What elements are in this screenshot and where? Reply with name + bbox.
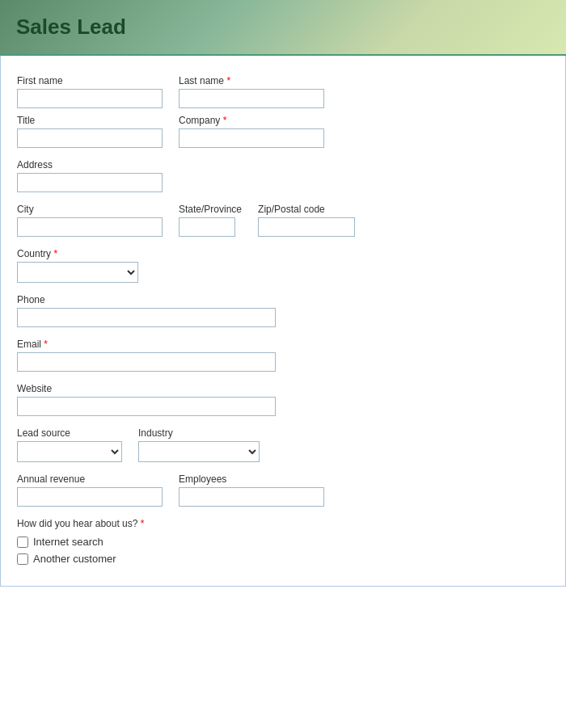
employees-input[interactable] xyxy=(179,487,324,507)
last-name-label: Last name * xyxy=(179,75,324,86)
last-name-group: Last name * xyxy=(179,75,324,108)
country-required: * xyxy=(53,248,57,259)
first-name-label: First name xyxy=(17,75,163,86)
city-input[interactable] xyxy=(17,217,163,237)
employees-group: Employees xyxy=(179,473,324,507)
revenue-employees-row: Annual revenue Employees xyxy=(17,473,549,507)
country-group: Country * United States United Kingdom C… xyxy=(17,248,138,283)
website-row: Website xyxy=(17,383,549,416)
title-label: Title xyxy=(17,115,163,126)
state-label: State/Province xyxy=(179,204,242,215)
country-row: Country * United States United Kingdom C… xyxy=(17,248,549,283)
address-input[interactable] xyxy=(17,173,163,192)
phone-group: Phone xyxy=(17,294,276,327)
another-customer-checkbox[interactable] xyxy=(17,553,28,565)
internet-search-checkbox[interactable] xyxy=(17,537,28,548)
industry-group: Industry Technology Finance Retail xyxy=(138,427,260,462)
phone-label: Phone xyxy=(17,294,276,305)
industry-select[interactable]: Technology Finance Retail xyxy=(138,441,260,462)
website-label: Website xyxy=(17,383,276,394)
another-customer-label[interactable]: Another customer xyxy=(33,553,116,565)
how-label: How did you hear about us? * xyxy=(17,518,549,529)
zip-label: Zip/Postal code xyxy=(258,204,355,215)
phone-input[interactable] xyxy=(17,308,276,327)
address-group: Address xyxy=(17,159,163,192)
internet-search-label[interactable]: Internet search xyxy=(33,536,103,548)
company-required: * xyxy=(223,115,227,126)
state-input[interactable] xyxy=(179,217,235,237)
company-label: Company * xyxy=(179,115,324,126)
title-group: Title xyxy=(17,115,163,148)
company-input[interactable] xyxy=(179,128,324,148)
lead-industry-row: Lead source Web Phone Email Industry Tec… xyxy=(17,427,549,462)
another-customer-checkbox-group: Another customer xyxy=(17,553,549,565)
form-container: First name Last name * Title Company * A… xyxy=(0,56,566,587)
how-section: How did you hear about us? * Internet se… xyxy=(17,518,549,565)
page-title: Sales Lead xyxy=(16,15,550,40)
annual-revenue-group: Annual revenue xyxy=(17,473,163,507)
phone-row: Phone xyxy=(17,294,549,327)
annual-revenue-input[interactable] xyxy=(17,487,163,507)
email-input[interactable] xyxy=(17,352,276,372)
lead-source-group: Lead source Web Phone Email xyxy=(17,427,122,462)
company-group: Company * xyxy=(179,115,324,148)
annual-revenue-label: Annual revenue xyxy=(17,473,163,485)
how-required: * xyxy=(141,518,145,529)
city-group: City xyxy=(17,204,163,237)
address-row: Address xyxy=(17,159,549,192)
website-input[interactable] xyxy=(17,397,276,416)
title-company-row: Title Company * xyxy=(17,115,549,148)
city-label: City xyxy=(17,204,163,215)
zip-group: Zip/Postal code xyxy=(258,204,355,237)
first-name-input[interactable] xyxy=(17,89,163,108)
email-row: Email * xyxy=(17,339,549,372)
address-label: Address xyxy=(17,159,163,170)
email-required: * xyxy=(44,339,48,350)
country-select[interactable]: United States United Kingdom Canada Aust… xyxy=(17,262,138,283)
website-group: Website xyxy=(17,383,276,416)
last-name-input[interactable] xyxy=(179,89,324,108)
internet-search-checkbox-group: Internet search xyxy=(17,536,549,548)
title-input[interactable] xyxy=(17,128,163,148)
last-name-required: * xyxy=(226,75,230,86)
state-group: State/Province xyxy=(179,204,242,237)
lead-source-select[interactable]: Web Phone Email xyxy=(17,441,122,462)
email-label: Email * xyxy=(17,339,276,350)
city-state-zip-row: City State/Province Zip/Postal code xyxy=(17,204,549,237)
first-name-group: First name xyxy=(17,75,163,108)
zip-input[interactable] xyxy=(258,217,355,237)
industry-label: Industry xyxy=(138,427,260,439)
employees-label: Employees xyxy=(179,473,324,485)
email-group: Email * xyxy=(17,339,276,372)
lead-source-label: Lead source xyxy=(17,427,122,439)
page-header: Sales Lead xyxy=(0,0,566,56)
country-label: Country * xyxy=(17,248,138,259)
